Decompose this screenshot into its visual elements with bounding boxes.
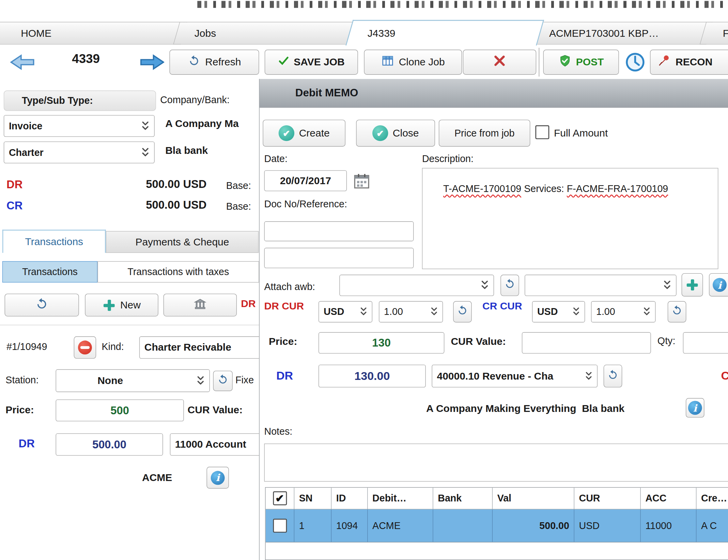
notes-input[interactable] — [264, 444, 728, 482]
post-button[interactable]: POST — [543, 50, 619, 75]
job-left-panel: Type/Sub Type: Company/Bank: Invoice A C… — [0, 0, 261, 560]
awb-refresh-button-1[interactable] — [500, 275, 519, 296]
company-short: ACME — [142, 472, 172, 484]
header-sn[interactable]: SN — [294, 487, 331, 509]
clock-icon[interactable] — [624, 51, 646, 75]
doc-no-input-1[interactable] — [264, 221, 414, 241]
post-label: POST — [576, 56, 604, 68]
refresh-icon — [504, 278, 516, 293]
memo-price-input[interactable]: 130 — [319, 332, 444, 354]
close-label: Close — [393, 127, 419, 139]
tab-partial-label: F — [703, 27, 728, 39]
awb-info-button[interactable] — [709, 273, 728, 297]
doc-no-label: Doc No/Reference: — [264, 198, 347, 210]
save-job-button[interactable]: SAVE JOB — [265, 50, 358, 75]
qty-input[interactable] — [683, 332, 728, 354]
date-input[interactable]: 20/07/2017 — [264, 170, 347, 191]
memo-company-info-button[interactable] — [686, 398, 704, 417]
row-select-cell[interactable] — [266, 509, 294, 542]
transactions-refresh-button[interactable] — [5, 294, 79, 317]
memo-price-label: Price: — [269, 335, 297, 347]
awb-add-button[interactable] — [682, 273, 703, 297]
tab-acme-job[interactable]: ACMEP1703001 KBP… — [531, 22, 713, 45]
refresh-icon — [456, 304, 468, 319]
description-ref2: F-ACME-FRA-1700109 — [567, 183, 668, 194]
header-cur[interactable]: CUR — [574, 487, 641, 509]
bank-button[interactable] — [164, 294, 237, 317]
header-cre[interactable]: Cre… — [696, 487, 728, 509]
clone-job-button[interactable]: Clone Job — [364, 50, 462, 75]
create-button[interactable]: Create — [263, 120, 345, 147]
kind-dropdown[interactable]: Charter Recivable — [139, 336, 261, 358]
bank-icon — [193, 297, 207, 314]
cell-bank — [433, 509, 493, 542]
dr-rate-dropdown[interactable]: 1.00 — [379, 301, 443, 323]
tab-j4339-active[interactable]: J4339 — [345, 20, 544, 46]
cell-cre: A C — [696, 509, 728, 542]
memo-cur-value-input[interactable] — [522, 332, 651, 354]
subtype-dropdown[interactable]: Charter — [4, 142, 155, 163]
refresh-icon — [607, 369, 619, 384]
kind-label: Kind: — [102, 341, 124, 352]
save-job-label: SAVE JOB — [294, 56, 344, 68]
description-input[interactable]: T-ACME-1700109 Services: F-ACME-FRA-1700… — [422, 168, 718, 269]
chevrons-icon — [197, 375, 205, 386]
subtab-transactions-taxes[interactable]: Transactions with taxes — [97, 261, 259, 283]
delete-button[interactable] — [463, 50, 536, 75]
memo-account-dropdown[interactable]: 40000.10 Revenue - Cha — [432, 365, 598, 387]
subtab-transactions[interactable]: Transactions — [2, 261, 97, 283]
memo-dr-input[interactable]: 130.00 — [319, 365, 426, 387]
calendar-icon[interactable] — [352, 172, 371, 192]
cr-rate-dropdown[interactable]: 1.00 — [591, 301, 655, 323]
type-dropdown[interactable]: Invoice — [4, 115, 155, 137]
row-checkbox[interactable] — [273, 519, 287, 533]
dr-currency-value: USD — [324, 306, 344, 318]
price-from-job-button[interactable]: Price from job — [439, 120, 530, 147]
dr-amount-input[interactable]: 500.00 — [56, 433, 163, 455]
close-button[interactable]: Close — [356, 120, 435, 147]
header-bank[interactable]: Bank — [433, 487, 493, 509]
price-label: Price: — [5, 404, 34, 416]
minus-icon — [78, 340, 92, 354]
cr-cur-refresh-button[interactable] — [668, 301, 686, 323]
tab-transactions[interactable]: Transactions — [2, 230, 106, 253]
check-circle-icon — [279, 125, 294, 141]
memo-account-value: 40000.10 Revenue - Cha — [437, 370, 553, 382]
description-label: Description: — [422, 153, 474, 164]
cr-currency-dropdown[interactable]: USD — [532, 301, 585, 323]
dr-currency-dropdown[interactable]: USD — [319, 301, 372, 323]
cr-base-label: Base: — [226, 201, 251, 212]
chevrons-icon — [663, 280, 671, 291]
new-label: New — [120, 299, 141, 311]
header-acc[interactable]: ACC — [641, 487, 697, 509]
memo-dr-value: 130.00 — [354, 369, 390, 383]
description-middle: Services: — [521, 183, 567, 194]
app-window: HOME Jobs ACMEP1703001 KBP… F J4339 4339… — [0, 0, 728, 560]
awb-dropdown-2[interactable] — [525, 275, 677, 296]
recon-button[interactable]: RECON — [650, 50, 728, 75]
price-value: 500 — [110, 404, 129, 417]
awb-dropdown-1[interactable] — [339, 275, 494, 296]
header-select-cell[interactable] — [266, 487, 294, 509]
station-dropdown[interactable]: None — [56, 369, 210, 392]
doc-no-input-2[interactable] — [264, 248, 414, 268]
account-dropdown[interactable]: 11000 Account — [170, 433, 261, 455]
table-row[interactable]: 1 1094 ACME 500.00 USD 11000 A C — [266, 509, 728, 542]
type-subtype-header: Type/Sub Type: — [4, 91, 156, 111]
full-amount-checkbox[interactable] — [535, 125, 549, 139]
select-all-checkbox[interactable] — [273, 491, 287, 505]
memo-account-refresh-button[interactable] — [604, 365, 622, 387]
new-transaction-button[interactable]: New — [85, 294, 158, 317]
chevrons-icon — [481, 280, 489, 291]
header-id[interactable]: ID — [331, 487, 368, 509]
tab-payments-cheque[interactable]: Payments & Cheque — [106, 231, 259, 253]
dr-cur-refresh-button[interactable] — [453, 301, 472, 323]
station-refresh-button[interactable] — [213, 371, 233, 391]
header-debit[interactable]: Debit… — [368, 487, 433, 509]
remove-transaction-button[interactable] — [74, 336, 96, 358]
price-input[interactable]: 500 — [56, 399, 184, 421]
date-value: 20/07/2017 — [280, 175, 331, 187]
header-val[interactable]: Val — [493, 487, 574, 509]
kind-value: Charter Recivable — [144, 341, 231, 353]
company-info-button[interactable] — [206, 467, 229, 489]
